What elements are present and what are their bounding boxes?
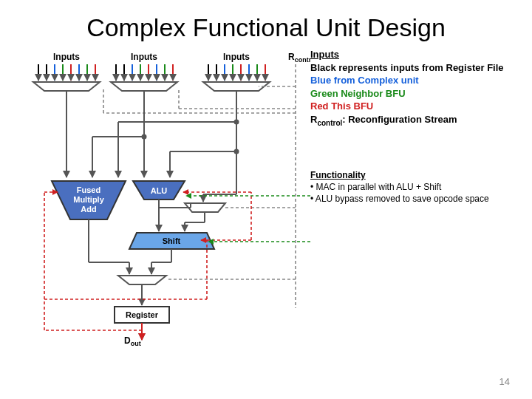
legend-green: Green Neighbor BFU (310, 87, 525, 100)
legend-heading: Inputs (310, 48, 525, 61)
input-mux-1 (33, 82, 100, 91)
legend-rcontrol: Rcontrol: Reconfiguration Stream (310, 113, 525, 128)
page-number: 14 (499, 376, 510, 387)
register-block: Register (115, 307, 169, 323)
func-bullet-1: • MAC in parallel with ALU + Shift (310, 181, 525, 193)
rcontrol-bus (103, 64, 296, 308)
input-mux-2 (111, 82, 177, 91)
fma-out (89, 219, 129, 274)
svg-marker-0 (33, 82, 100, 91)
page-title: Complex Functional Unit Design (0, 0, 532, 48)
func-heading: Functionality (310, 169, 525, 181)
svg-text:Fused: Fused (77, 185, 100, 194)
side-text: Inputs Black represents inputs from Regi… (310, 48, 532, 358)
inputs-legend: Inputs Black represents inputs from Regi… (310, 48, 525, 128)
inputs-label-1: Inputs (53, 52, 80, 62)
input-arrows (38, 64, 265, 81)
legend-blue: Blue from Complex unit (310, 74, 525, 87)
svg-marker-1 (111, 82, 177, 91)
svg-text:Register: Register (126, 310, 159, 319)
shift-out (151, 249, 171, 274)
svg-marker-2 (203, 82, 270, 91)
func-bullet-2: • ALU bypass removed to save opcode spac… (310, 193, 525, 205)
functionality-text: Functionality • MAC in parallel with ALU… (310, 169, 525, 205)
rcontrol-label: Rcontrol (288, 52, 310, 64)
shift-block: Shift (129, 233, 214, 249)
inputs-label-2: Inputs (131, 52, 157, 62)
dout-label: Dout (124, 335, 141, 347)
input-mux-3 (203, 82, 270, 91)
svg-text:Add: Add (81, 205, 96, 214)
block-diagram: Inputs Inputs Inputs Rcontrol (0, 48, 310, 358)
final-mux (118, 276, 166, 284)
legend-red: Red This BFU (310, 100, 525, 113)
svg-text:ALU: ALU (151, 186, 168, 195)
svg-marker-74 (118, 276, 166, 284)
legend-black: Black represents inputs from Register Fi… (310, 61, 525, 75)
svg-text:Multiply: Multiply (73, 195, 104, 204)
svg-text:Shift: Shift (163, 236, 181, 245)
inputs-label-3: Inputs (223, 52, 250, 62)
fma-block: Fused Multiply Add (52, 181, 126, 219)
alu-block: ALU (133, 181, 185, 200)
content-row: Inputs Inputs Inputs Rcontrol (0, 48, 532, 358)
